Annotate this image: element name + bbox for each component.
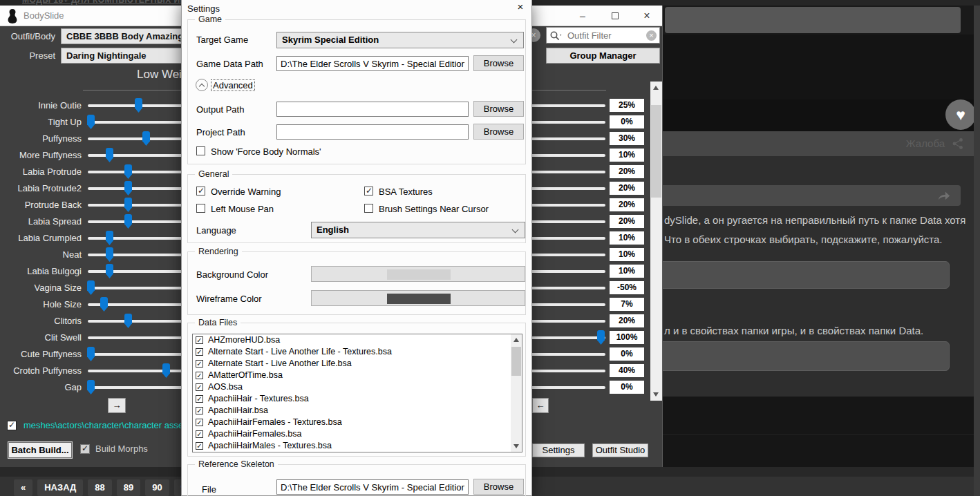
checkbox-checked-icon[interactable]: ✓	[196, 395, 203, 403]
slider-value-field[interactable]: 7%	[610, 298, 644, 311]
skeleton-file-input[interactable]	[276, 479, 469, 495]
override-warning-checkbox[interactable]: ✓	[196, 187, 205, 195]
settings-button[interactable]: Settings	[532, 443, 585, 457]
slider-value-field[interactable]: 10%	[610, 231, 644, 245]
target-game-combobox[interactable]: Skyrim Special Edition	[276, 32, 524, 48]
data-file-row[interactable]: ✓ApachiiHair - Textures.bsa	[193, 393, 522, 405]
checkbox-checked-icon[interactable]: ✓	[196, 419, 203, 426]
slider-thumb[interactable]	[124, 181, 132, 195]
data-file-row[interactable]: ✓ApachiiHair.bsa	[193, 405, 522, 417]
advanced-expander[interactable]	[196, 79, 208, 91]
browse-output-button[interactable]: Browse	[473, 101, 524, 117]
scroll-down-icon[interactable]	[653, 392, 659, 397]
language-combobox[interactable]: English	[311, 222, 525, 238]
slider-value-field[interactable]: 20%	[610, 165, 644, 178]
data-file-row[interactable]: ✓ApachiiHairFemales.bsa	[193, 428, 522, 440]
slider-thumb[interactable]	[106, 247, 113, 262]
data-file-row[interactable]: ✓ApachiiHairFemales - Textures.bsa	[193, 417, 522, 428]
slider-value-field[interactable]: 25%	[610, 99, 644, 112]
slider-thumb[interactable]	[124, 198, 132, 212]
comment-collapsed-box[interactable]	[665, 7, 961, 33]
slider-page-next-button[interactable]: →	[108, 398, 126, 413]
browse-project-button[interactable]: Browse	[473, 124, 524, 140]
slider-thumb[interactable]	[124, 214, 132, 229]
data-file-row[interactable]: ✓Alternate Start - Live Another Life - T…	[193, 346, 522, 358]
slider-thumb[interactable]	[124, 314, 132, 328]
slider-value-field[interactable]: 0%	[610, 347, 644, 361]
maximize-button[interactable]	[605, 6, 625, 26]
checkbox-checked-icon[interactable]: ✓	[196, 430, 203, 438]
slider-value-field[interactable]: 20%	[610, 182, 644, 195]
advanced-label[interactable]: Advanced	[211, 79, 255, 91]
pagination-button[interactable]: «	[14, 479, 32, 496]
scroll-up-icon[interactable]	[513, 338, 519, 342]
slider-thumb[interactable]	[87, 115, 95, 129]
page-top-link[interactable]: МОДЫ 18+ ДЛЯ КОМПЬЮТЕРНЫХ ИГР	[22, 0, 191, 5]
outfit-filter-input[interactable]	[566, 28, 642, 42]
checkbox-checked-icon[interactable]: ✓	[196, 336, 203, 344]
left-mouse-pan-checkbox[interactable]	[196, 204, 205, 213]
slider-thumb[interactable]	[135, 98, 142, 113]
slider-thumb[interactable]	[100, 297, 108, 312]
data-file-row[interactable]: ✓AHZmoreHUD.bsa	[193, 334, 522, 346]
build-morphs-checkbox[interactable]: ✓	[80, 444, 90, 454]
data-file-row[interactable]: ✓Alternate Start - Live Another Life.bsa	[193, 358, 522, 370]
page-scroll-gutter[interactable]	[974, 6, 980, 496]
brush-settings-checkbox[interactable]	[364, 204, 373, 213]
browse-skeleton-button[interactable]: Browse	[473, 479, 524, 495]
checkbox-checked-icon[interactable]: ✓	[196, 372, 203, 379]
scrollbar-thumb[interactable]	[511, 347, 521, 376]
wireframe-color-button[interactable]	[311, 290, 525, 306]
group-manager-button[interactable]: Group Manager	[546, 48, 660, 64]
slider-thumb[interactable]	[87, 347, 95, 361]
data-file-row[interactable]: ✓AOS.bsa	[193, 381, 522, 393]
output-path-input[interactable]	[276, 102, 469, 117]
batch-build-button[interactable]: Batch Build...	[8, 442, 72, 458]
minimize-button[interactable]: –	[572, 6, 593, 26]
slider-thumb[interactable]	[597, 330, 605, 345]
slider-value-field[interactable]: 10%	[610, 149, 644, 162]
slider-value-field[interactable]: 20%	[610, 215, 644, 228]
data-files-scrollbar[interactable]	[511, 334, 522, 452]
slider-value-field[interactable]: 100%	[610, 331, 644, 344]
bsa-textures-checkbox[interactable]: ✓	[364, 187, 373, 195]
comment-reply-field[interactable]	[663, 261, 950, 289]
reply-input-box[interactable]	[663, 185, 961, 206]
scroll-up-icon[interactable]	[653, 86, 659, 90]
slider-thumb[interactable]	[162, 363, 170, 378]
slider-value-field[interactable]: -50%	[610, 281, 644, 294]
outfit-studio-button[interactable]: Outfit Studio	[592, 443, 648, 457]
data-files-listbox[interactable]: ✓AHZmoreHUD.bsa✓Alternate Start - Live A…	[192, 334, 522, 452]
scroll-down-icon[interactable]	[513, 444, 519, 448]
project-path-input[interactable]	[276, 124, 469, 140]
slider-value-field[interactable]: 30%	[610, 132, 644, 145]
output-path-checkbox[interactable]: ✓	[7, 421, 17, 430]
slider-thumb[interactable]	[106, 264, 113, 278]
slider-value-field[interactable]: 20%	[610, 198, 644, 211]
dialog-close-icon[interactable]: ×	[515, 1, 526, 12]
slider-value-field[interactable]: 20%	[610, 314, 644, 327]
browse-game-data-button[interactable]: Browse	[473, 55, 524, 71]
data-file-row[interactable]: ✓ApachiiHairMales - Textures.bsa	[193, 440, 522, 452]
checkbox-checked-icon[interactable]: ✓	[196, 383, 203, 391]
background-color-button[interactable]	[311, 266, 525, 282]
slider-page-prev-button[interactable]: ←	[532, 398, 549, 413]
pagination-button[interactable]: НАЗАД	[37, 479, 83, 496]
slider-value-field[interactable]: 10%	[610, 265, 644, 278]
slider-value-field[interactable]: 40%	[610, 364, 644, 377]
slider-thumb[interactable]	[87, 280, 95, 295]
slider-value-field[interactable]: 0%	[610, 381, 644, 394]
like-button[interactable]: ♥	[945, 99, 976, 130]
slider-thumb[interactable]	[87, 380, 95, 394]
slider-thumb[interactable]	[142, 131, 150, 146]
share-icon[interactable]	[952, 137, 964, 150]
slider-thumb[interactable]	[106, 231, 113, 245]
pagination-button[interactable]: 89	[117, 479, 140, 496]
game-data-path-input[interactable]	[276, 56, 469, 71]
search-icon[interactable]	[549, 30, 563, 41]
force-normals-checkbox[interactable]	[196, 146, 205, 155]
slider-value-field[interactable]: 0%	[610, 115, 644, 128]
scrollbar-thumb[interactable]	[651, 105, 661, 198]
comment-reply-field2[interactable]	[663, 341, 950, 371]
checkbox-checked-icon[interactable]: ✓	[196, 348, 203, 356]
